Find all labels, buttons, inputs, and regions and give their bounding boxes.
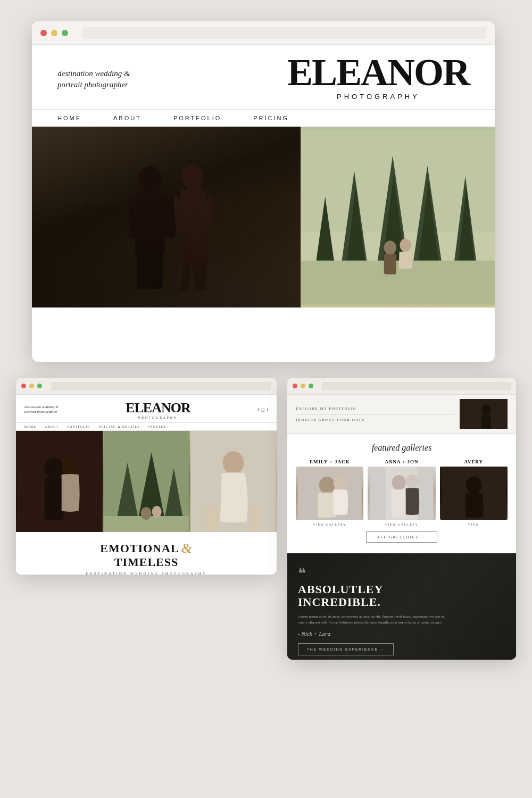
small-photo-grid (16, 431, 277, 532)
gallery-photo-1 (296, 467, 363, 520)
svg-rect-1 (135, 193, 165, 256)
browser-toolbar (32, 21, 495, 45)
small-photo-2 (103, 431, 189, 532)
url-bar[interactable] (83, 27, 486, 39)
testimonial-body-text: Lorem ipsum dolor sit amet, consectetur … (298, 614, 447, 625)
browser-small-right: EXPLORE MY PORTFOLIO INQUIRE ABOUT YOUR … (287, 378, 516, 660)
nav-home[interactable]: HOME (57, 115, 81, 121)
nav-about[interactable]: ABOUT (113, 115, 142, 121)
small-nav-portfolio[interactable]: PORTFOLIO (68, 425, 90, 428)
couple-silhouette (92, 148, 240, 297)
small-logo-sub: PHOTOGRAPHY (126, 416, 190, 419)
right-top-thumbnail (460, 399, 508, 429)
facebook-icon[interactable]: f (257, 408, 259, 412)
min-btn-sm-left[interactable] (29, 384, 34, 388)
hero-section (32, 127, 495, 307)
svg-point-63 (392, 475, 406, 490)
url-bar-sm-left[interactable] (51, 382, 271, 390)
svg-point-24 (45, 458, 64, 479)
gallery-link-3[interactable]: VIEW (440, 523, 508, 526)
inquire-date-btn[interactable]: INQUIRE ABOUT YOUR DATE (296, 418, 454, 422)
wedding-experience-button[interactable]: THE WEDDING EXPERIENCE → (298, 643, 394, 655)
svg-rect-4 (137, 252, 150, 289)
browser-small-left: destination wedding &portrait photograph… (16, 378, 277, 575)
svg-point-35 (222, 451, 244, 475)
featured-galleries-section: featured galleries EMILY + JACK (287, 434, 516, 553)
gallery-name-2: ANNA + JON (368, 459, 435, 464)
svg-point-56 (481, 404, 491, 415)
browser-content: destination wedding &portrait photograph… (32, 45, 495, 362)
forest-photo (301, 127, 495, 307)
svg-rect-37 (249, 504, 260, 532)
site-logo[interactable]: ELEANOR (287, 53, 469, 92)
twitter-icon[interactable]: t (267, 408, 268, 412)
featured-title: featured galleries (296, 443, 508, 453)
trees-svg (301, 127, 495, 307)
small-nav-about[interactable]: ABOUT (45, 425, 59, 428)
browser-content-small-left: destination wedding &portrait photograph… (16, 395, 277, 575)
gallery-link-2[interactable]: VIEW GALLERY (368, 523, 435, 526)
small-middle-section: EMOTIONAL & TIMELESS DESTINATION WEDDING… (16, 532, 277, 575)
gallery-item-3: AVERY VIEW (440, 459, 508, 526)
maximize-button[interactable] (62, 30, 68, 36)
svg-point-66 (466, 477, 481, 494)
emotional-title: EMOTIONAL & (21, 542, 271, 555)
browser-content-small-right: EXPLORE MY PORTFOLIO INQUIRE ABOUT YOUR … (287, 395, 516, 660)
right-top-bar: EXPLORE MY PORTFOLIO INQUIRE ABOUT YOUR … (287, 395, 516, 434)
emotional-ampersand: & (181, 542, 193, 555)
hero-right-photo (301, 127, 495, 307)
all-galleries-button[interactable]: ALL GALLERIES → (366, 531, 437, 543)
small-tagline: destination wedding &portrait photograph… (24, 405, 59, 414)
gallery-photo-3 (440, 467, 508, 520)
svg-rect-36 (206, 505, 217, 532)
browser-bar-small-left (16, 378, 277, 395)
gallery-item-1: EMILY + JACK VIEW GALLERY (296, 459, 363, 526)
couple-photo (32, 127, 301, 307)
emotional-line1: EMOTIONAL (100, 543, 179, 554)
instagram-icon[interactable]: ◻ (261, 408, 265, 412)
nav-pricing[interactable]: PRICING (253, 115, 289, 121)
header-left: destination wedding &portrait photograph… (57, 68, 130, 90)
gallery-link-1[interactable]: VIEW GALLERY (296, 523, 363, 526)
svg-rect-57 (481, 415, 491, 429)
svg-rect-19 (301, 261, 495, 304)
gallery-name-1: EMILY + JACK (296, 459, 363, 464)
header-logo-block: ELEANOR PHOTOGRAPHY (287, 57, 469, 101)
small-logo-block: ELEANOR PHOTOGRAPHY (126, 400, 190, 419)
svg-point-0 (138, 166, 162, 194)
small-nav-home[interactable]: HOME (24, 425, 36, 428)
svg-rect-21 (384, 254, 396, 274)
small-left-nav: HOME ABOUT PORTFOLIO PRICING & DETAILS I… (16, 422, 277, 431)
svg-rect-5 (150, 252, 163, 289)
svg-point-33 (152, 506, 162, 518)
svg-point-59 (319, 477, 335, 494)
hero-left-photo (32, 127, 301, 307)
max-btn-sm-left[interactable] (37, 384, 42, 388)
explore-portfolio-btn[interactable]: EXPLORE MY PORTFOLIO (296, 406, 454, 414)
gallery-grid: EMILY + JACK VIEW GALLERY ANNA (296, 459, 508, 526)
timeless-label: TIMELESS (21, 555, 271, 569)
svg-point-6 (182, 164, 203, 190)
max-btn-sm-right[interactable] (309, 384, 313, 388)
min-btn-sm-right[interactable] (301, 384, 305, 388)
nav-portfolio[interactable]: PORTFOLIO (173, 115, 221, 121)
small-nav-pricing[interactable]: PRICING & DETAILS (99, 425, 140, 428)
gallery-name-3: AVERY (440, 459, 508, 464)
svg-point-64 (406, 475, 419, 488)
gallery-photo-2 (368, 467, 435, 520)
header-tagline: destination wedding &portrait photograph… (57, 68, 130, 90)
small-nav-inquire[interactable]: INQUIRE → (148, 425, 171, 428)
small-photo-1 (16, 431, 103, 532)
minimize-button[interactable] (51, 30, 57, 36)
browser-bar-small-right (287, 378, 516, 395)
close-btn-sm-left[interactable] (21, 384, 26, 388)
small-logo: ELEANOR (126, 400, 190, 416)
quote-mark: ❝ (298, 566, 505, 581)
url-bar-sm-right[interactable] (322, 382, 511, 390)
close-button[interactable] (40, 30, 47, 36)
emotional-sub: DESTINATION WEDDING PHOTOGRAPHY (21, 571, 271, 575)
svg-point-32 (141, 507, 152, 520)
small-photo-3 (190, 431, 277, 532)
close-btn-sm-right[interactable] (293, 384, 297, 388)
svg-point-20 (384, 240, 396, 255)
